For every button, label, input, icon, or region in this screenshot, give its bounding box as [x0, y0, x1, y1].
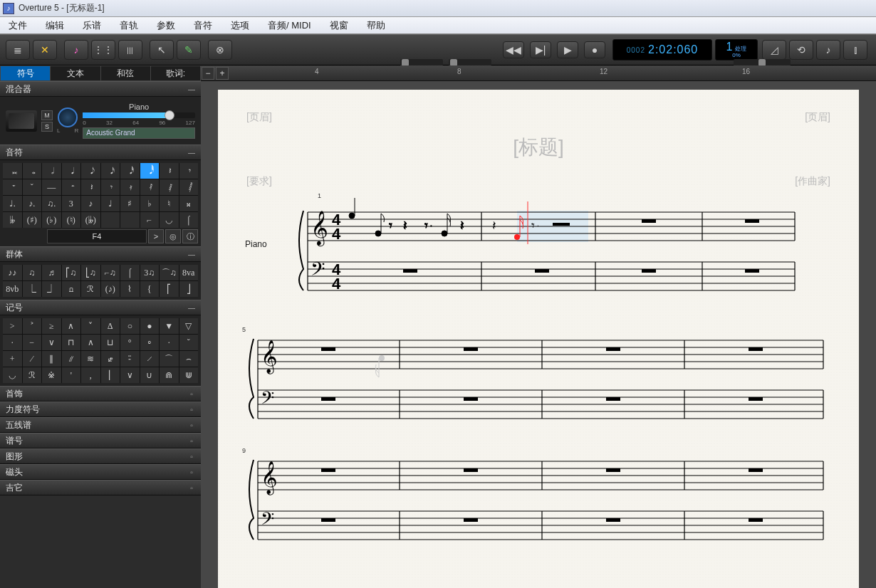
- palette-cell[interactable]: 3♫: [140, 265, 160, 280]
- expand-icon[interactable]: ▫: [185, 468, 198, 476]
- palette-cell[interactable]: ˘: [179, 335, 199, 350]
- score-page[interactable]: [页眉] [页眉] [标题] [要求] [作曲家] Piano 1: [218, 90, 859, 588]
- palette-cell[interactable]: 𝄫: [3, 212, 22, 228]
- note-input[interactable]: [47, 229, 147, 243]
- palette-cell[interactable]: ⋒: [160, 367, 179, 383]
- staff-system-1[interactable]: 𝄞 𝄢 4 4 4 4 𝄾 𝄽 𝄾. 𝄽: [246, 198, 802, 312]
- menu-params[interactable]: 参数: [157, 19, 175, 32]
- palette-cell[interactable]: ♭: [140, 196, 160, 211]
- palette-cell[interactable]: ⊔: [101, 335, 120, 350]
- solo-button[interactable]: S: [41, 122, 53, 132]
- palette-cell[interactable]: (𝄫): [81, 212, 100, 228]
- palette-cell[interactable]: ⌠: [120, 265, 140, 280]
- accent-toggle[interactable]: >: [148, 229, 164, 243]
- palette-cell[interactable]: 𝅀: [140, 179, 160, 195]
- collapse-icon[interactable]: —: [185, 149, 198, 157]
- menu-track[interactable]: 音轨: [120, 19, 138, 32]
- measure-ruler[interactable]: 48121620: [229, 65, 876, 80]
- palette-cell[interactable]: ◡: [3, 367, 22, 383]
- palette-cell[interactable]: −: [23, 335, 42, 350]
- mute-button[interactable]: M: [41, 110, 53, 120]
- layout-button[interactable]: ⫿: [843, 40, 867, 60]
- palette-cell[interactable]: (♯): [23, 212, 42, 228]
- palette-cell[interactable]: 𝄪: [179, 196, 199, 211]
- position-display[interactable]: 0002 2:02:060: [612, 39, 712, 61]
- collapse-icon[interactable]: —: [185, 251, 198, 258]
- palette-cell[interactable]: 3: [62, 196, 81, 211]
- menu-edit[interactable]: 编辑: [46, 19, 64, 32]
- groups-header[interactable]: 群体 —: [0, 246, 201, 262]
- menu-help[interactable]: 帮助: [367, 19, 385, 32]
- palette-cell[interactable]: 𝅘𝅥𝅱: [140, 163, 160, 179]
- palette-cell[interactable]: ∪: [140, 367, 160, 383]
- palette-cell[interactable]: ℛ: [81, 281, 100, 297]
- tools-button[interactable]: ✕: [33, 40, 57, 60]
- erase-tool-button[interactable]: ⊗: [208, 40, 232, 60]
- score-title[interactable]: [标题]: [246, 134, 830, 161]
- metronome-button[interactable]: ◿: [762, 40, 786, 60]
- palette-cell[interactable]: —: [42, 179, 61, 195]
- palette-cell[interactable]: ⌒: [160, 351, 179, 367]
- page-header-right[interactable]: [页眉]: [805, 111, 830, 124]
- palette-cell[interactable]: ⎡: [160, 281, 179, 297]
- palette-cell[interactable]: ˃: [23, 318, 42, 334]
- palette-cell[interactable]: ': [62, 367, 81, 383]
- palette-cell[interactable]: 𝅂: [179, 179, 199, 195]
- note-tool-button[interactable]: ♪: [64, 40, 88, 60]
- palette-cell[interactable]: ℛ: [23, 367, 42, 383]
- palette-cell[interactable]: 𝄼: [62, 179, 81, 195]
- palette-cell[interactable]: ⌐: [140, 212, 160, 228]
- record-button[interactable]: ●: [584, 41, 605, 58]
- palette-cell[interactable]: ♩: [101, 196, 120, 211]
- palette-cell[interactable]: ⸙: [101, 351, 120, 367]
- collapsed-section-header[interactable]: 吉它▫: [0, 480, 201, 495]
- menu-notes[interactable]: 音符: [194, 19, 212, 32]
- expand-icon[interactable]: ▫: [185, 390, 198, 398]
- palette-cell[interactable]: 𝅘𝅥: [62, 163, 81, 179]
- palette-cell[interactable]: 𝄾: [101, 179, 120, 195]
- palette-cell[interactable]: ♮: [160, 196, 179, 211]
- palette-cell[interactable]: ⋓: [179, 367, 199, 383]
- palette-cell[interactable]: °: [120, 335, 140, 350]
- palette-cell[interactable]: [101, 212, 120, 228]
- collapsed-section-header[interactable]: 力度符号▫: [0, 401, 201, 417]
- stop-button[interactable]: ▶|: [530, 41, 551, 58]
- palette-cell[interactable]: ※: [42, 367, 61, 383]
- notes-header[interactable]: 音符 —: [0, 145, 201, 160]
- palette-cell[interactable]: 𝅘𝅥𝅯: [101, 163, 120, 179]
- palette-cell[interactable]: {: [140, 281, 160, 297]
- palette-cell[interactable]: ♬: [42, 265, 61, 280]
- zoom-out-button[interactable]: −: [202, 67, 214, 80]
- palette-cell[interactable]: ⌒♫: [160, 265, 179, 280]
- palette-cell[interactable]: 𝅜: [3, 163, 22, 179]
- palette-cell[interactable]: >: [3, 318, 22, 334]
- palette-cell[interactable]: ▼: [160, 318, 179, 334]
- marks-header[interactable]: 记号 —: [0, 300, 201, 315]
- palette-cell[interactable]: 𝅘𝅥𝅮: [81, 163, 100, 179]
- tab-lyrics[interactable]: 歌词:: [150, 65, 201, 81]
- staff-system-2[interactable]: 𝄞 𝄢: [246, 333, 830, 433]
- view-score-button[interactable]: ≣: [6, 40, 30, 60]
- palette-cell[interactable]: ♩.: [3, 196, 22, 211]
- palette-cell[interactable]: ♪♪: [3, 265, 22, 280]
- palette-cell[interactable]: 8va: [179, 265, 199, 280]
- menu-window[interactable]: 视窗: [330, 19, 348, 32]
- preset-selector[interactable]: Acoustic Grand: [83, 127, 195, 139]
- menu-score[interactable]: 乐谱: [83, 19, 101, 32]
- palette-cell[interactable]: +: [3, 351, 22, 367]
- palette-cell[interactable]: ∥: [42, 351, 61, 367]
- palette-cell[interactable]: ◡: [160, 212, 179, 228]
- tab-text[interactable]: 文本: [50, 65, 100, 81]
- list-tool-button[interactable]: ⋮⋮: [91, 40, 115, 60]
- palette-cell[interactable]: ⌠: [179, 212, 199, 228]
- palette-cell[interactable]: 𝅗𝅥: [42, 163, 61, 179]
- collapsed-section-header[interactable]: 五线谱▫: [0, 417, 201, 433]
- collapsed-section-header[interactable]: 首饰▫: [0, 386, 201, 401]
- palette-cell[interactable]: 𝄻: [3, 179, 22, 195]
- paper-scroll[interactable]: [页眉] [页眉] [标题] [要求] [作曲家] Piano 1: [201, 81, 876, 588]
- palette-cell[interactable]: ●: [140, 318, 160, 334]
- palette-cell[interactable]: ⏌: [42, 281, 61, 297]
- expand-icon[interactable]: ▫: [185, 453, 198, 461]
- palette-cell[interactable]: ≥: [42, 318, 61, 334]
- staff-system-3[interactable]: 𝄞 𝄢: [246, 454, 830, 554]
